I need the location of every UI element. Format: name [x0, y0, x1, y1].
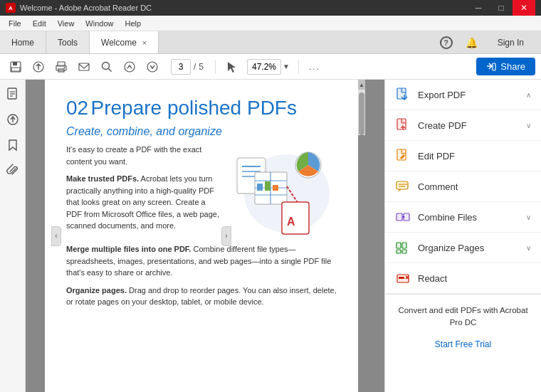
pdf-illustration: A: [230, 144, 337, 236]
email-icon: [78, 60, 90, 73]
pdf-header: 02 Prepare polished PDFs: [66, 97, 337, 120]
notifications-button[interactable]: 🔔: [463, 34, 480, 51]
svg-point-12: [125, 62, 135, 72]
tool-item-redact[interactable]: Redact: [385, 263, 541, 294]
pdf-area: ‹ 02 Prepare polished PDFs Create, combi…: [26, 80, 384, 392]
scroll-down-button[interactable]: [142, 57, 162, 77]
svg-rect-34: [265, 181, 270, 191]
tool-item-create-pdf[interactable]: Create PDF ∨: [385, 110, 541, 141]
tool-item-left-combine: Combine Files: [395, 209, 477, 225]
svg-line-11: [109, 68, 112, 71]
app-icon: A: [6, 3, 16, 13]
create-pdf-icon: [395, 117, 411, 133]
menu-help[interactable]: Help: [119, 18, 147, 29]
left-sidebar: [0, 80, 26, 392]
tool-item-edit-pdf[interactable]: Edit PDF: [385, 141, 541, 171]
scroll-right-button[interactable]: ›: [221, 226, 231, 246]
tool-item-comment[interactable]: Comment: [385, 171, 541, 202]
svg-rect-38: [282, 202, 309, 234]
more-options-button[interactable]: ...: [305, 60, 325, 73]
svg-rect-16: [493, 63, 495, 70]
comment-icon: [395, 179, 411, 194]
svg-marker-47: [398, 189, 401, 192]
save-icon: [9, 60, 22, 73]
svg-rect-55: [402, 243, 406, 248]
nav-right: ? 🔔 Sign In: [438, 31, 541, 53]
maximize-button[interactable]: □: [490, 0, 513, 16]
help-icon: ?: [440, 36, 453, 49]
tab-home-label: Home: [11, 38, 34, 48]
comment-label: Comment: [418, 181, 458, 192]
down-icon: [146, 60, 159, 73]
pdf-section-number: 02: [66, 97, 88, 119]
sidebar-page-icon[interactable]: [4, 85, 21, 102]
promo-text: Convert and edit PDFs with Acrobat Pro D…: [395, 304, 531, 329]
share-button[interactable]: Share: [476, 58, 535, 75]
tool-item-organize-pages[interactable]: Organize Pages ∨: [385, 233, 541, 263]
scroll-left-button[interactable]: ‹: [51, 226, 61, 246]
tools-panel: Export PDF ∧ Create PDF ∨: [384, 80, 541, 392]
scroll-up-arrow[interactable]: ▲: [358, 80, 365, 90]
search-icon: [100, 60, 113, 73]
paperclip-icon: [6, 164, 20, 178]
sign-in-button[interactable]: Sign In: [489, 35, 532, 51]
sidebar-attachment-icon[interactable]: [4, 162, 21, 179]
create-pdf-label: Create PDF: [418, 120, 467, 131]
svg-text:A: A: [287, 216, 295, 228]
share-icon: [486, 62, 496, 72]
pdf-subtitle: Create, combine, and organize: [66, 125, 337, 138]
menu-file[interactable]: File: [3, 18, 27, 29]
tab-home[interactable]: Home: [0, 31, 46, 53]
upload-button[interactable]: [28, 57, 48, 77]
bookmark-icon: [6, 138, 20, 152]
page-number-input[interactable]: [171, 59, 191, 75]
sidebar-bookmark-icon[interactable]: [4, 137, 21, 154]
print-icon: [55, 60, 68, 73]
svg-rect-56: [396, 250, 401, 253]
pdf-para-4: Organize pages. Drag and drop to reorder…: [66, 285, 337, 308]
illustration-svg: A: [230, 144, 337, 236]
sidebar-upload-icon[interactable]: [4, 111, 21, 128]
tool-item-left-organize: Organize Pages: [395, 240, 484, 255]
start-free-trial-link[interactable]: Start Free Trial: [435, 339, 491, 349]
layers-icon: [6, 112, 20, 127]
zoom-dropdown-icon[interactable]: ▼: [283, 63, 290, 70]
cursor-button[interactable]: [221, 57, 241, 77]
pdf-bold-1: Make trusted PDFs.: [66, 174, 139, 183]
svg-rect-54: [396, 243, 401, 248]
print-button[interactable]: [51, 57, 71, 77]
tool-item-left-export: Export PDF: [395, 87, 466, 102]
close-button[interactable]: ✕: [513, 0, 535, 16]
tool-item-left-redact: Redact: [395, 270, 447, 286]
email-button[interactable]: [74, 57, 94, 77]
scroll-thumb[interactable]: [359, 92, 364, 135]
menu-bar: File Edit View Window Help: [0, 16, 541, 31]
help-button[interactable]: ?: [438, 34, 455, 51]
menu-view[interactable]: View: [52, 18, 80, 29]
minimize-button[interactable]: ─: [467, 0, 490, 16]
tab-tools[interactable]: Tools: [46, 31, 90, 53]
menu-window[interactable]: Window: [80, 18, 119, 29]
tool-item-left-create: Create PDF: [395, 117, 467, 133]
search-button[interactable]: [97, 57, 117, 77]
toolbar-separator: [215, 60, 216, 74]
tool-item-left-comment: Comment: [395, 179, 458, 194]
zoom-input[interactable]: [247, 59, 281, 75]
menu-edit[interactable]: Edit: [27, 18, 52, 29]
tab-tools-label: Tools: [58, 38, 78, 48]
tool-item-export-pdf[interactable]: Export PDF ∧: [385, 80, 541, 110]
bell-icon: 🔔: [466, 37, 478, 48]
organize-pages-chevron: ∨: [526, 244, 531, 252]
tool-item-combine-files[interactable]: Combine Files ∨: [385, 202, 541, 233]
nav-tabs: Home Tools Welcome × ? 🔔 Sign In: [0, 31, 541, 54]
organize-pages-icon: [395, 240, 411, 255]
svg-rect-57: [402, 250, 406, 253]
combine-files-icon: [395, 209, 411, 225]
tab-close-icon[interactable]: ×: [142, 38, 147, 47]
save-button[interactable]: [6, 57, 26, 77]
tab-welcome[interactable]: Welcome ×: [90, 31, 159, 53]
cursor-icon: [225, 60, 238, 73]
pdf-para-3: Merge multiple files into one PDF. Combi…: [66, 243, 337, 279]
svg-marker-14: [228, 62, 236, 73]
scroll-up-button[interactable]: [120, 57, 140, 77]
